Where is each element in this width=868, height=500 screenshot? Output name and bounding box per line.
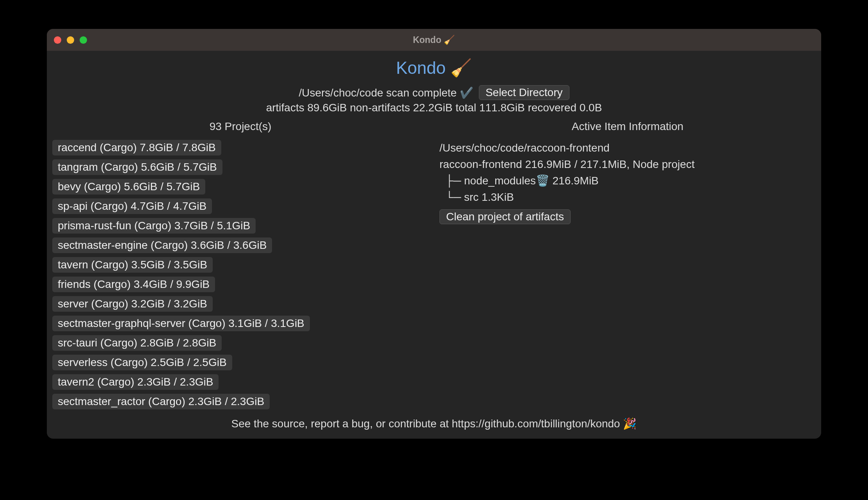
active-item-header: Active Item Information bbox=[438, 120, 817, 133]
footer-text: See the source, report a bug, or contrib… bbox=[47, 410, 821, 439]
project-item[interactable]: tangram (Cargo) 5.6GiB / 5.7GiB bbox=[52, 159, 222, 175]
clean-project-button[interactable]: Clean project of artifacts bbox=[439, 209, 571, 224]
tree-line-node-modules: ├─ node_modules🗑️ 216.9MiB bbox=[439, 173, 817, 189]
close-icon[interactable] bbox=[54, 36, 61, 44]
project-item[interactable]: sectmaster-engine (Cargo) 3.6GiB / 3.6Gi… bbox=[52, 238, 272, 253]
select-directory-button[interactable]: Select Directory bbox=[479, 85, 569, 100]
scan-status-row: /Users/choc/code scan complete ✔️ Select… bbox=[47, 85, 821, 100]
minimize-icon[interactable] bbox=[67, 36, 74, 44]
tree-line-src: └─ src 1.3KiB bbox=[439, 189, 817, 205]
projects-column: 93 Project(s) raccend (Cargo) 7.8GiB / 7… bbox=[47, 120, 434, 410]
project-item[interactable]: server (Cargo) 3.2GiB / 3.2GiB bbox=[52, 296, 213, 312]
active-item-path: /Users/choc/code/raccoon-frontend bbox=[439, 140, 817, 156]
stats-text: artifacts 89.6GiB non-artifacts 22.2GiB … bbox=[47, 102, 821, 114]
active-item-summary: raccoon-frontend 216.9MiB / 217.1MiB, No… bbox=[439, 156, 817, 173]
window-title: Kondo 🧹 bbox=[413, 35, 455, 45]
project-item[interactable]: sectmaster_ractor (Cargo) 2.3GiB / 2.3Gi… bbox=[52, 394, 270, 409]
app-title: Kondo 🧹 bbox=[47, 58, 821, 78]
content-area: Kondo 🧹 /Users/choc/code scan complete ✔… bbox=[47, 51, 821, 439]
titlebar: Kondo 🧹 bbox=[47, 29, 821, 51]
maximize-icon[interactable] bbox=[80, 36, 87, 44]
columns: 93 Project(s) raccend (Cargo) 7.8GiB / 7… bbox=[47, 120, 821, 410]
project-item[interactable]: bevy (Cargo) 5.6GiB / 5.7GiB bbox=[52, 179, 205, 195]
project-item[interactable]: tavern2 (Cargo) 2.3GiB / 2.3GiB bbox=[52, 374, 219, 390]
project-item[interactable]: sp-api (Cargo) 4.7GiB / 4.7GiB bbox=[52, 198, 212, 214]
project-item[interactable]: sectmaster-graphql-server (Cargo) 3.1GiB… bbox=[52, 316, 310, 331]
projects-header: 93 Project(s) bbox=[51, 120, 430, 133]
project-item[interactable]: friends (Cargo) 3.4GiB / 9.9GiB bbox=[52, 277, 215, 292]
project-item[interactable]: tavern (Cargo) 3.5GiB / 3.5GiB bbox=[52, 257, 213, 273]
active-item-info: /Users/choc/code/raccoon-frontend raccoo… bbox=[438, 140, 817, 225]
project-item[interactable]: raccend (Cargo) 7.8GiB / 7.8GiB bbox=[52, 140, 221, 155]
traffic-lights bbox=[54, 36, 87, 44]
app-window: Kondo 🧹 Kondo 🧹 /Users/choc/code scan co… bbox=[47, 29, 821, 439]
project-item[interactable]: src-tauri (Cargo) 2.8GiB / 2.8GiB bbox=[52, 335, 222, 351]
project-list[interactable]: raccend (Cargo) 7.8GiB / 7.8GiB tangram … bbox=[51, 140, 430, 410]
project-item[interactable]: prisma-rust-fun (Cargo) 3.7GiB / 5.1GiB bbox=[52, 218, 256, 234]
scan-status-text: /Users/choc/code scan complete ✔️ bbox=[299, 86, 473, 99]
project-item[interactable]: serverless (Cargo) 2.5GiB / 2.5GiB bbox=[52, 355, 232, 370]
active-item-column: Active Item Information /Users/choc/code… bbox=[434, 120, 821, 410]
